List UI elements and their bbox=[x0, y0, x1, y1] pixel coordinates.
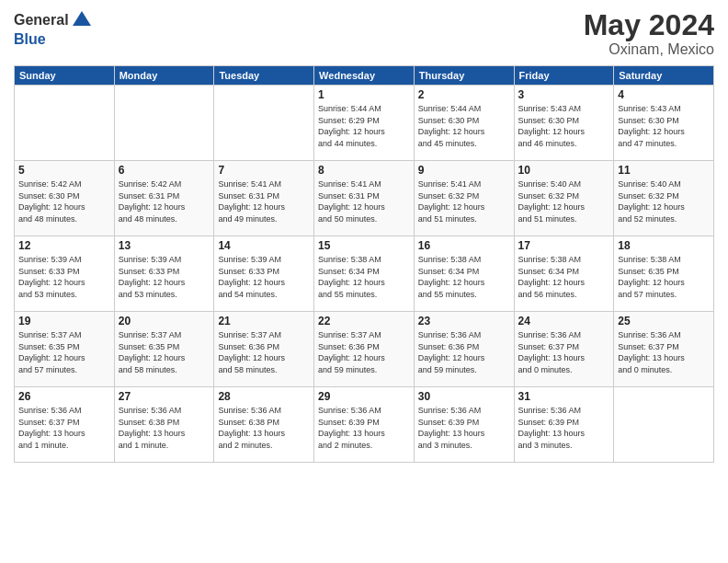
day-info: Sunrise: 5:42 AM Sunset: 6:31 PM Dayligh… bbox=[119, 178, 210, 224]
day-info: Sunrise: 5:37 AM Sunset: 6:35 PM Dayligh… bbox=[119, 329, 210, 375]
table-row: 29Sunrise: 5:36 AM Sunset: 6:39 PM Dayli… bbox=[314, 387, 415, 463]
day-info: Sunrise: 5:41 AM Sunset: 6:32 PM Dayligh… bbox=[418, 178, 510, 224]
day-number: 18 bbox=[618, 239, 710, 252]
day-number: 20 bbox=[119, 315, 210, 327]
table-row: 24Sunrise: 5:36 AM Sunset: 6:37 PM Dayli… bbox=[514, 312, 614, 387]
day-number: 10 bbox=[518, 164, 610, 177]
table-row: 4Sunrise: 5:43 AM Sunset: 6:30 PM Daylig… bbox=[614, 86, 714, 161]
day-number: 15 bbox=[318, 239, 410, 252]
table-row bbox=[614, 387, 714, 463]
day-info: Sunrise: 5:36 AM Sunset: 6:39 PM Dayligh… bbox=[518, 405, 610, 451]
day-number: 21 bbox=[218, 315, 310, 327]
col-tuesday: Tuesday bbox=[214, 66, 314, 86]
table-row bbox=[114, 86, 214, 161]
day-number: 9 bbox=[418, 164, 510, 177]
table-row: 10Sunrise: 5:40 AM Sunset: 6:32 PM Dayli… bbox=[514, 161, 614, 236]
table-row: 16Sunrise: 5:38 AM Sunset: 6:34 PM Dayli… bbox=[414, 236, 514, 312]
table-row: 14Sunrise: 5:39 AM Sunset: 6:33 PM Dayli… bbox=[214, 236, 314, 312]
calendar-week-row: 1Sunrise: 5:44 AM Sunset: 6:29 PM Daylig… bbox=[15, 86, 714, 161]
day-info: Sunrise: 5:40 AM Sunset: 6:32 PM Dayligh… bbox=[618, 178, 710, 224]
table-row: 3Sunrise: 5:43 AM Sunset: 6:30 PM Daylig… bbox=[514, 86, 614, 161]
table-row: 30Sunrise: 5:36 AM Sunset: 6:39 PM Dayli… bbox=[414, 387, 514, 463]
day-number: 2 bbox=[418, 88, 510, 101]
day-info: Sunrise: 5:41 AM Sunset: 6:31 PM Dayligh… bbox=[318, 178, 410, 224]
day-number: 1 bbox=[318, 88, 410, 101]
calendar-week-row: 5Sunrise: 5:42 AM Sunset: 6:30 PM Daylig… bbox=[15, 161, 714, 236]
table-row: 5Sunrise: 5:42 AM Sunset: 6:30 PM Daylig… bbox=[15, 161, 115, 236]
title-block: May 2024 Oxinam, Mexico bbox=[584, 9, 714, 58]
table-row: 27Sunrise: 5:36 AM Sunset: 6:38 PM Dayli… bbox=[114, 387, 214, 463]
table-row: 18Sunrise: 5:38 AM Sunset: 6:35 PM Dayli… bbox=[614, 236, 714, 312]
svg-marker-0 bbox=[73, 11, 91, 26]
day-number: 22 bbox=[318, 315, 410, 327]
calendar-week-row: 19Sunrise: 5:37 AM Sunset: 6:35 PM Dayli… bbox=[15, 312, 714, 387]
page-header: General Blue May 2024 Oxinam, Mexico bbox=[14, 9, 714, 58]
day-info: Sunrise: 5:36 AM Sunset: 6:39 PM Dayligh… bbox=[418, 405, 510, 451]
day-info: Sunrise: 5:38 AM Sunset: 6:34 PM Dayligh… bbox=[418, 254, 510, 300]
day-info: Sunrise: 5:44 AM Sunset: 6:30 PM Dayligh… bbox=[418, 103, 510, 149]
logo-blue-text: Blue bbox=[14, 31, 93, 48]
table-row: 23Sunrise: 5:36 AM Sunset: 6:36 PM Dayli… bbox=[414, 312, 514, 387]
col-monday: Monday bbox=[114, 66, 214, 86]
day-number: 30 bbox=[418, 390, 510, 403]
day-info: Sunrise: 5:40 AM Sunset: 6:32 PM Dayligh… bbox=[518, 178, 610, 224]
table-row: 20Sunrise: 5:37 AM Sunset: 6:35 PM Dayli… bbox=[114, 312, 214, 387]
day-info: Sunrise: 5:39 AM Sunset: 6:33 PM Dayligh… bbox=[18, 254, 110, 300]
day-info: Sunrise: 5:36 AM Sunset: 6:36 PM Dayligh… bbox=[418, 329, 510, 375]
day-number: 12 bbox=[18, 239, 110, 252]
table-row: 31Sunrise: 5:36 AM Sunset: 6:39 PM Dayli… bbox=[514, 387, 614, 463]
day-info: Sunrise: 5:36 AM Sunset: 6:37 PM Dayligh… bbox=[518, 329, 610, 375]
table-row: 13Sunrise: 5:39 AM Sunset: 6:33 PM Dayli… bbox=[114, 236, 214, 312]
day-info: Sunrise: 5:38 AM Sunset: 6:34 PM Dayligh… bbox=[318, 254, 410, 300]
table-row: 6Sunrise: 5:42 AM Sunset: 6:31 PM Daylig… bbox=[114, 161, 214, 236]
day-number: 14 bbox=[218, 239, 310, 252]
calendar-header-row: Sunday Monday Tuesday Wednesday Thursday… bbox=[15, 66, 714, 86]
day-info: Sunrise: 5:41 AM Sunset: 6:31 PM Dayligh… bbox=[218, 178, 310, 224]
day-number: 11 bbox=[618, 164, 710, 177]
day-info: Sunrise: 5:39 AM Sunset: 6:33 PM Dayligh… bbox=[218, 254, 310, 300]
table-row: 7Sunrise: 5:41 AM Sunset: 6:31 PM Daylig… bbox=[214, 161, 314, 236]
page-container: General Blue May 2024 Oxinam, Mexico Sun… bbox=[0, 0, 728, 563]
day-info: Sunrise: 5:39 AM Sunset: 6:33 PM Dayligh… bbox=[119, 254, 210, 300]
logo-icon bbox=[71, 9, 93, 31]
table-row: 19Sunrise: 5:37 AM Sunset: 6:35 PM Dayli… bbox=[15, 312, 115, 387]
table-row: 25Sunrise: 5:36 AM Sunset: 6:37 PM Dayli… bbox=[614, 312, 714, 387]
table-row: 21Sunrise: 5:37 AM Sunset: 6:36 PM Dayli… bbox=[214, 312, 314, 387]
day-number: 23 bbox=[418, 315, 510, 327]
day-number: 27 bbox=[119, 390, 210, 403]
location-subtitle: Oxinam, Mexico bbox=[584, 41, 714, 58]
table-row: 26Sunrise: 5:36 AM Sunset: 6:37 PM Dayli… bbox=[15, 387, 115, 463]
day-number: 4 bbox=[618, 88, 710, 101]
day-number: 19 bbox=[18, 315, 110, 327]
day-info: Sunrise: 5:36 AM Sunset: 6:38 PM Dayligh… bbox=[119, 405, 210, 451]
col-friday: Friday bbox=[514, 66, 614, 86]
day-number: 29 bbox=[318, 390, 410, 403]
day-info: Sunrise: 5:38 AM Sunset: 6:34 PM Dayligh… bbox=[518, 254, 610, 300]
day-number: 31 bbox=[518, 390, 610, 403]
col-saturday: Saturday bbox=[614, 66, 714, 86]
table-row: 22Sunrise: 5:37 AM Sunset: 6:36 PM Dayli… bbox=[314, 312, 415, 387]
day-info: Sunrise: 5:36 AM Sunset: 6:37 PM Dayligh… bbox=[18, 405, 110, 451]
calendar-table: Sunday Monday Tuesday Wednesday Thursday… bbox=[14, 65, 714, 463]
logo: General Blue bbox=[14, 9, 93, 48]
col-thursday: Thursday bbox=[414, 66, 514, 86]
calendar-week-row: 12Sunrise: 5:39 AM Sunset: 6:33 PM Dayli… bbox=[15, 236, 714, 312]
table-row bbox=[15, 86, 115, 161]
main-title: May 2024 bbox=[584, 9, 714, 41]
table-row: 28Sunrise: 5:36 AM Sunset: 6:38 PM Dayli… bbox=[214, 387, 314, 463]
day-number: 5 bbox=[18, 164, 110, 177]
calendar-week-row: 26Sunrise: 5:36 AM Sunset: 6:37 PM Dayli… bbox=[15, 387, 714, 463]
day-info: Sunrise: 5:44 AM Sunset: 6:29 PM Dayligh… bbox=[318, 103, 410, 149]
day-number: 28 bbox=[218, 390, 310, 403]
logo-general-text: General bbox=[14, 12, 69, 29]
day-info: Sunrise: 5:37 AM Sunset: 6:36 PM Dayligh… bbox=[218, 329, 310, 375]
day-number: 13 bbox=[119, 239, 210, 252]
day-number: 3 bbox=[518, 88, 610, 101]
day-info: Sunrise: 5:42 AM Sunset: 6:30 PM Dayligh… bbox=[18, 178, 110, 224]
table-row bbox=[214, 86, 314, 161]
table-row: 17Sunrise: 5:38 AM Sunset: 6:34 PM Dayli… bbox=[514, 236, 614, 312]
day-number: 26 bbox=[18, 390, 110, 403]
day-number: 16 bbox=[418, 239, 510, 252]
day-number: 7 bbox=[218, 164, 310, 177]
table-row: 2Sunrise: 5:44 AM Sunset: 6:30 PM Daylig… bbox=[414, 86, 514, 161]
